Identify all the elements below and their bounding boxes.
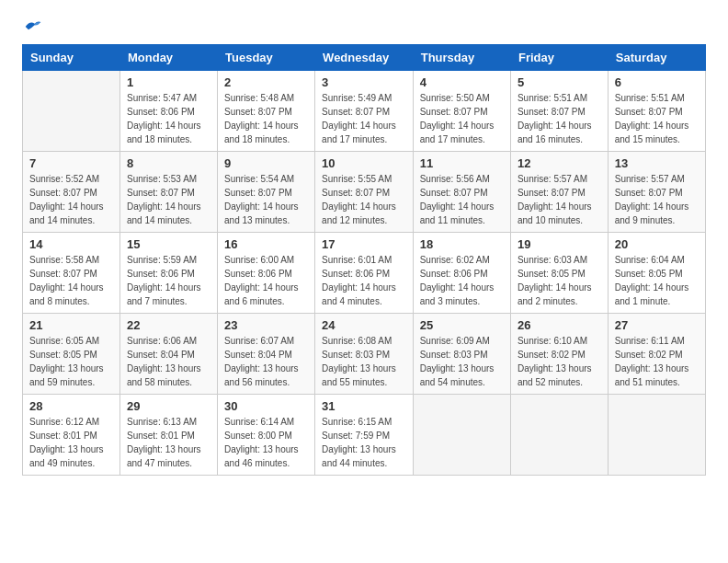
calendar-day-cell: 9Sunrise: 5:54 AM Sunset: 8:07 PM Daylig…	[218, 152, 315, 233]
calendar-day-cell	[413, 395, 510, 476]
day-info: Sunrise: 5:54 AM Sunset: 8:07 PM Dayligh…	[224, 172, 308, 227]
day-info: Sunrise: 6:08 AM Sunset: 8:03 PM Dayligh…	[322, 334, 406, 389]
day-number: 3	[322, 75, 406, 89]
calendar-day-cell: 26Sunrise: 6:10 AM Sunset: 8:02 PM Dayli…	[510, 314, 608, 395]
day-number: 10	[322, 156, 406, 170]
day-number: 11	[420, 156, 504, 170]
day-number: 27	[615, 318, 699, 332]
weekday-header-saturday: Saturday	[608, 45, 705, 71]
day-number: 9	[224, 156, 308, 170]
day-info: Sunrise: 5:57 AM Sunset: 8:07 PM Dayligh…	[615, 172, 699, 227]
weekday-header-thursday: Thursday	[413, 45, 510, 71]
day-info: Sunrise: 6:06 AM Sunset: 8:04 PM Dayligh…	[127, 334, 210, 389]
calendar-day-cell: 10Sunrise: 5:55 AM Sunset: 8:07 PM Dayli…	[315, 152, 414, 233]
weekday-header-tuesday: Tuesday	[218, 45, 315, 71]
calendar-day-cell: 2Sunrise: 5:48 AM Sunset: 8:07 PM Daylig…	[218, 71, 315, 152]
calendar-day-cell	[510, 395, 608, 476]
day-number: 25	[420, 318, 504, 332]
day-info: Sunrise: 5:55 AM Sunset: 8:07 PM Dayligh…	[322, 172, 406, 227]
day-info: Sunrise: 5:53 AM Sunset: 8:07 PM Dayligh…	[127, 172, 210, 227]
day-info: Sunrise: 6:05 AM Sunset: 8:05 PM Dayligh…	[29, 334, 113, 389]
day-info: Sunrise: 6:04 AM Sunset: 8:05 PM Dayligh…	[615, 253, 699, 308]
day-number: 8	[127, 156, 210, 170]
calendar-day-cell: 28Sunrise: 6:12 AM Sunset: 8:01 PM Dayli…	[23, 395, 120, 476]
day-number: 29	[127, 399, 210, 413]
calendar-day-cell: 4Sunrise: 5:50 AM Sunset: 8:07 PM Daylig…	[413, 71, 510, 152]
calendar-day-cell: 30Sunrise: 6:14 AM Sunset: 8:00 PM Dayli…	[218, 395, 315, 476]
day-number: 28	[29, 399, 113, 413]
weekday-header-friday: Friday	[510, 45, 608, 71]
day-number: 7	[29, 156, 113, 170]
day-info: Sunrise: 5:56 AM Sunset: 8:07 PM Dayligh…	[420, 172, 504, 227]
calendar-day-cell: 13Sunrise: 5:57 AM Sunset: 8:07 PM Dayli…	[608, 152, 705, 233]
day-number: 15	[127, 237, 210, 251]
day-number: 1	[127, 75, 210, 89]
day-info: Sunrise: 5:47 AM Sunset: 8:06 PM Dayligh…	[127, 91, 210, 146]
calendar-day-cell	[608, 395, 705, 476]
calendar-day-cell: 17Sunrise: 6:01 AM Sunset: 8:06 PM Dayli…	[315, 233, 414, 314]
day-info: Sunrise: 6:12 AM Sunset: 8:01 PM Dayligh…	[29, 415, 113, 470]
day-info: Sunrise: 6:03 AM Sunset: 8:05 PM Dayligh…	[518, 253, 601, 308]
day-number: 31	[322, 399, 406, 413]
day-number: 14	[29, 237, 113, 251]
day-info: Sunrise: 5:51 AM Sunset: 8:07 PM Dayligh…	[518, 91, 601, 146]
calendar-day-cell: 11Sunrise: 5:56 AM Sunset: 8:07 PM Dayli…	[413, 152, 510, 233]
day-info: Sunrise: 5:49 AM Sunset: 8:07 PM Dayligh…	[322, 91, 406, 146]
day-number: 2	[224, 75, 308, 89]
calendar-day-cell: 31Sunrise: 6:15 AM Sunset: 7:59 PM Dayli…	[315, 395, 414, 476]
day-info: Sunrise: 6:02 AM Sunset: 8:06 PM Dayligh…	[420, 253, 504, 308]
day-info: Sunrise: 6:13 AM Sunset: 8:01 PM Dayligh…	[127, 415, 210, 470]
day-info: Sunrise: 6:10 AM Sunset: 8:02 PM Dayligh…	[518, 334, 601, 389]
calendar-day-cell: 23Sunrise: 6:07 AM Sunset: 8:04 PM Dayli…	[218, 314, 315, 395]
calendar-day-cell: 29Sunrise: 6:13 AM Sunset: 8:01 PM Dayli…	[119, 395, 217, 476]
calendar-day-cell: 1Sunrise: 5:47 AM Sunset: 8:06 PM Daylig…	[119, 71, 217, 152]
calendar-day-cell: 16Sunrise: 6:00 AM Sunset: 8:06 PM Dayli…	[218, 233, 315, 314]
day-number: 4	[420, 75, 504, 89]
calendar-day-cell: 12Sunrise: 5:57 AM Sunset: 8:07 PM Dayli…	[510, 152, 608, 233]
calendar-week-row: 28Sunrise: 6:12 AM Sunset: 8:01 PM Dayli…	[23, 395, 706, 476]
weekday-header-monday: Monday	[119, 45, 217, 71]
day-info: Sunrise: 5:59 AM Sunset: 8:06 PM Dayligh…	[127, 253, 210, 308]
calendar-day-cell: 7Sunrise: 5:52 AM Sunset: 8:07 PM Daylig…	[23, 152, 120, 233]
logo-bird-icon	[24, 18, 42, 35]
calendar-day-cell: 15Sunrise: 5:59 AM Sunset: 8:06 PM Dayli…	[119, 233, 217, 314]
day-info: Sunrise: 5:57 AM Sunset: 8:07 PM Dayligh…	[518, 172, 601, 227]
calendar-day-cell: 21Sunrise: 6:05 AM Sunset: 8:05 PM Dayli…	[23, 314, 120, 395]
day-number: 21	[29, 318, 113, 332]
day-info: Sunrise: 6:09 AM Sunset: 8:03 PM Dayligh…	[420, 334, 504, 389]
calendar-day-cell: 20Sunrise: 6:04 AM Sunset: 8:05 PM Dayli…	[608, 233, 705, 314]
calendar-header-row: SundayMondayTuesdayWednesdayThursdayFrid…	[23, 45, 706, 71]
day-info: Sunrise: 6:00 AM Sunset: 8:06 PM Dayligh…	[224, 253, 308, 308]
calendar-day-cell: 3Sunrise: 5:49 AM Sunset: 8:07 PM Daylig…	[315, 71, 414, 152]
day-info: Sunrise: 6:01 AM Sunset: 8:06 PM Dayligh…	[322, 253, 406, 308]
calendar-week-row: 21Sunrise: 6:05 AM Sunset: 8:05 PM Dayli…	[23, 314, 706, 395]
day-info: Sunrise: 5:58 AM Sunset: 8:07 PM Dayligh…	[29, 253, 113, 308]
calendar-day-cell: 19Sunrise: 6:03 AM Sunset: 8:05 PM Dayli…	[510, 233, 608, 314]
calendar-day-cell: 5Sunrise: 5:51 AM Sunset: 8:07 PM Daylig…	[510, 71, 608, 152]
day-info: Sunrise: 6:14 AM Sunset: 8:00 PM Dayligh…	[224, 415, 308, 470]
calendar-day-cell: 8Sunrise: 5:53 AM Sunset: 8:07 PM Daylig…	[119, 152, 217, 233]
day-info: Sunrise: 6:11 AM Sunset: 8:02 PM Dayligh…	[615, 334, 699, 389]
calendar-day-cell: 6Sunrise: 5:51 AM Sunset: 8:07 PM Daylig…	[608, 71, 705, 152]
day-number: 20	[615, 237, 699, 251]
day-info: Sunrise: 5:52 AM Sunset: 8:07 PM Dayligh…	[29, 172, 113, 227]
calendar-week-row: 14Sunrise: 5:58 AM Sunset: 8:07 PM Dayli…	[23, 233, 706, 314]
calendar-day-cell: 14Sunrise: 5:58 AM Sunset: 8:07 PM Dayli…	[23, 233, 120, 314]
day-number: 6	[615, 75, 699, 89]
day-number: 23	[224, 318, 308, 332]
day-number: 17	[322, 237, 406, 251]
day-info: Sunrise: 6:15 AM Sunset: 7:59 PM Dayligh…	[322, 415, 406, 470]
day-number: 22	[127, 318, 210, 332]
day-number: 16	[224, 237, 308, 251]
day-number: 5	[518, 75, 601, 89]
calendar-day-cell	[23, 71, 120, 152]
day-number: 30	[224, 399, 308, 413]
calendar-day-cell: 25Sunrise: 6:09 AM Sunset: 8:03 PM Dayli…	[413, 314, 510, 395]
calendar-day-cell: 24Sunrise: 6:08 AM Sunset: 8:03 PM Dayli…	[315, 314, 414, 395]
weekday-header-wednesday: Wednesday	[315, 45, 414, 71]
day-number: 19	[518, 237, 601, 251]
calendar-table: SundayMondayTuesdayWednesdayThursdayFrid…	[22, 44, 706, 476]
day-number: 18	[420, 237, 504, 251]
page-header	[22, 18, 706, 35]
day-number: 26	[518, 318, 601, 332]
